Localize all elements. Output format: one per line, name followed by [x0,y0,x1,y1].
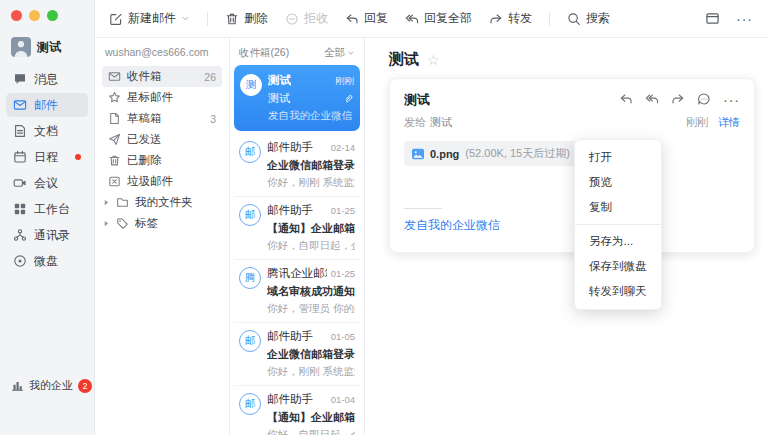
mail-item-row2: 测试 [268,91,354,106]
folder-sent[interactable]: 已发送 [102,129,222,150]
mail-time: 01-25 [331,205,355,216]
sidebar-item-contacts[interactable]: 通讯录 [6,223,88,247]
tag-icon [116,217,129,230]
mail-item-body: 腾讯企业邮箱01-25域名审核成功通知你好，管理员 你的企业邮箱域名 c [267,266,355,316]
mail-subject: 【通知】企业邮箱正式启用通知 [267,410,355,425]
menu-item-forward-to-chat[interactable]: 转发到聊天 [575,279,661,304]
folder-junk[interactable]: 垃圾邮件 [102,171,222,192]
sidebar-item-label: 消息 [34,71,58,88]
contacts-icon [13,228,27,242]
folder-inbox[interactable]: 收件箱26 [102,66,222,87]
notification-badge: 2 [78,379,92,393]
toolbar-delete-button[interactable]: 删除 [225,10,268,27]
card-more-button[interactable]: ··· [723,92,740,108]
sidebar-item-my-company[interactable]: 我的企业 2 [11,378,92,393]
toolbar-divider [207,12,208,26]
sidebar-item-label: 文档 [34,123,58,140]
fullscreen-button[interactable] [47,10,58,21]
sidebar-item-docs[interactable]: 文档 [6,119,88,143]
folder-deleted[interactable]: 已删除 [102,150,222,171]
folder-tags[interactable]: 标签 [102,213,222,234]
card-reply-all-button[interactable] [645,92,659,109]
mail-item-row1: 邮件助手01-25 [267,203,355,218]
card-comment-button[interactable] [697,92,711,109]
menu-item-save-to-drive[interactable]: 保存到微盘 [575,254,661,279]
mail-preview: 你好，管理员 你的企业邮箱域名 c [267,302,355,316]
company-icon [11,379,24,392]
mail-app-area: 新建邮件 删除拒收回复回复全部转发搜索 ··· wushan@ces666.co… [95,0,767,435]
menu-item-open[interactable]: 打开 [575,145,661,170]
card-forward-button[interactable] [671,92,685,109]
signature-divider [404,208,442,209]
mail-item-row2: 【通知】企业邮箱正式启用通知 [267,221,355,236]
mail-sender: 测试 [268,73,291,88]
menu-item-copy[interactable]: 复制 [575,195,661,220]
mail-list-pane: 收件箱(26) 全部 测测试刚刚测试发自我的企业微信邮邮件助手02-14企业微信… [230,38,365,435]
wecom-mail-window: 测试 消息邮件文档日程会议工作台通讯录微盘 我的企业 2 新建邮件 删除拒收回复… [0,0,767,435]
user-avatar [11,37,31,57]
menu-item-preview[interactable]: 预览 [575,170,661,195]
account-email[interactable]: wushan@ces666.com [102,44,222,66]
minimize-button[interactable] [29,10,40,21]
close-button[interactable] [11,10,22,21]
mail-list-item[interactable]: 邮邮件助手01-04【通知】企业邮箱正式启用通知你好，自即日起，企业已开始使 [234,386,360,435]
folder-drafts[interactable]: 草稿箱3 [102,108,222,129]
toolbar-reply-all-button[interactable]: 回复全部 [405,10,472,27]
mail-list-item[interactable]: 邮邮件助手02-14企业微信邮箱登录提醒你好，刚刚 系统监测到你的邮箱账 [234,134,360,197]
block-icon [285,12,299,26]
mail-item-body: 邮件助手02-14企业微信邮箱登录提醒你好，刚刚 系统监测到你的邮箱账 [267,140,355,190]
sidebar-item-workspace[interactable]: 工作台 [6,197,88,221]
folder-label: 已删除 [127,153,162,168]
details-link[interactable]: 详情 [718,116,740,128]
sidebar-item-calendar[interactable]: 日程 [6,145,88,169]
sender-avatar: 邮 [239,204,261,226]
sender-avatar: 邮 [239,330,261,352]
toolbar-reply-button[interactable]: 回复 [345,10,388,27]
folder-my-folders[interactable]: 我的文件夹 [102,192,222,213]
paperclip-icon [343,93,354,104]
sidebar-item-meetings[interactable]: 会议 [6,171,88,195]
compose-icon [109,12,123,26]
list-filter-dropdown[interactable]: 全部 [324,46,355,60]
mail-preview: 你好，自即日起，企业已开始使 [267,428,355,435]
toolbar-reply-all-label: 回复全部 [424,10,472,27]
sidebar-item-messages[interactable]: 消息 [6,67,88,91]
meeting-icon [13,176,27,190]
toolbar-forward-button[interactable]: 转发 [489,10,532,27]
mail-time: 01-25 [331,268,355,279]
toolbar-reply-label: 回复 [364,10,388,27]
signature-link[interactable]: 发自我的企业微信 [404,217,500,238]
toolbar-search-button[interactable]: 搜索 [567,10,610,27]
reading-pane: 测试 ☆ 测试 ··· 发给测试 刚刚详情 [365,38,767,435]
card-reply-button[interactable] [619,92,633,109]
mail-preview: 你好，刚刚 系统监测到你的邮箱账 [267,176,355,190]
compose-button[interactable]: 新建邮件 [109,10,190,27]
mail-list-item[interactable]: 邮邮件助手01-25【通知】企业邮箱正式启用通知你好，自即日起，企业已开始使 [234,197,360,260]
user-profile[interactable]: 测试 [0,21,94,65]
mail-item-body: 邮件助手01-25【通知】企业邮箱正式启用通知你好，自即日起，企业已开始使 [267,203,355,253]
mail-list-item[interactable]: 邮邮件助手01-05企业微信邮箱登录提醒你好，刚刚 系统监测到你的邮箱账 [234,323,360,386]
sidebar-item-drive[interactable]: 微盘 [6,249,88,273]
mail-list-item[interactable]: 腾腾讯企业邮箱01-25域名审核成功通知你好，管理员 你的企业邮箱域名 c [234,260,360,323]
forward-icon [671,92,685,106]
toolbar-reject-button[interactable]: 拒收 [285,10,328,27]
mail-time: 02-14 [331,142,355,153]
menu-item-save-as[interactable]: 另存为... [575,229,661,254]
toolbar-more-button[interactable]: ··· [736,11,753,27]
card-sender: 测试 [404,91,430,109]
folder-starred[interactable]: 星标邮件 [102,87,222,108]
chevron-down-icon [347,49,355,57]
mail-preview: 发自我的企业微信 [268,109,354,123]
mail-item-body: 测试刚刚测试发自我的企业微信 [268,73,354,123]
star-icon[interactable]: ☆ [427,52,440,68]
mail-item-row1: 邮件助手02-14 [267,140,355,155]
mail-item-row1: 测试刚刚 [268,73,354,88]
junk-icon [108,175,121,188]
mail-sender: 邮件助手 [267,329,313,344]
reading-pane-toggle-icon[interactable] [705,11,720,26]
mail-preview: 你好，刚刚 系统监测到你的邮箱账 [267,365,355,379]
sidebar-item-mail[interactable]: 邮件 [6,93,88,117]
mail-list-item[interactable]: 测测试刚刚测试发自我的企业微信 [234,65,360,131]
sender-avatar: 腾 [239,267,261,289]
calendar-icon [13,150,27,164]
